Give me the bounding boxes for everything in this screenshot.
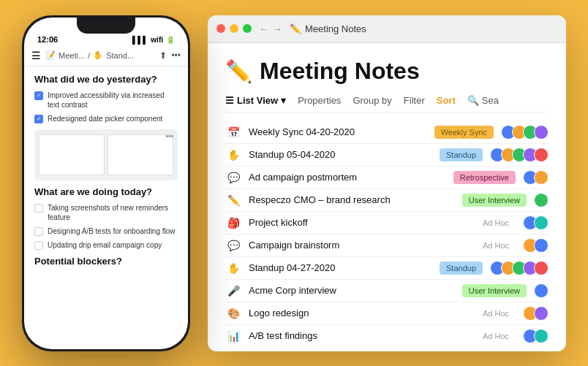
phone-section3-title: Potential blockers?	[34, 256, 178, 267]
avatar	[534, 283, 549, 298]
properties-label: Properties	[298, 95, 341, 106]
desktop-window: ← → ✏️ Meeting Notes ✏️ Meeting Notes ☰ …	[208, 15, 566, 351]
row-tag: Standup	[440, 262, 483, 275]
table-row[interactable]: 💬Ad campaign postmortemRetrospective	[225, 167, 549, 189]
avatar	[534, 148, 549, 162]
row-avatars	[490, 261, 549, 275]
minimize-button[interactable]	[230, 24, 238, 33]
chevron-down-icon: ▾	[281, 95, 286, 106]
page-title: Meeting Notes	[260, 58, 420, 85]
phone-status-icons: ▌▌▌ wifi 🔋	[132, 36, 175, 44]
table-row[interactable]: ✋Standup 05-04-2020Standup	[225, 144, 549, 167]
row-title: Project kickoff	[249, 217, 469, 228]
table-row[interactable]: 💬Campaign brainstormAd Hoc	[225, 235, 549, 257]
phone-image-preview: •••	[34, 129, 178, 180]
breadcrumb-sep: /	[88, 51, 90, 60]
table-row[interactable]: 🎒Project kickoffAd Hoc	[225, 212, 549, 235]
checked-text-1: Improved accessibility via increased tex…	[48, 91, 178, 110]
checkbox-5[interactable]	[34, 241, 43, 250]
maximize-button[interactable]	[243, 24, 252, 33]
scene: 12:06 ▌▌▌ wifi 🔋 ☰ 📝 Meeti... / ✋ Stand.…	[0, 0, 588, 366]
checkbox-4[interactable]	[34, 227, 43, 236]
phone-nav-actions: ⬆ •••	[159, 50, 181, 61]
filter-label: Filter	[404, 95, 425, 106]
unchecked-text-3: Updating drip email campaign copy	[48, 240, 162, 250]
forward-icon[interactable]: →	[273, 23, 282, 34]
window-title: ✏️ Meeting Notes	[290, 23, 366, 34]
row-icon: ✋	[225, 262, 241, 274]
row-avatars	[534, 283, 549, 298]
search-icon: 🔍	[467, 95, 479, 106]
row-tag: Ad Hoc	[476, 216, 516, 229]
list-view-button[interactable]: ☰ List View ▾	[225, 95, 286, 106]
table-row[interactable]: ✋Standup 04-27-2020Standup	[225, 257, 549, 280]
row-title: Standup 05-04-2020	[249, 149, 432, 160]
row-icon: ✏️	[225, 194, 241, 206]
row-title: Campaign brainstorm	[249, 240, 469, 251]
checkbox-2[interactable]: ✓	[34, 115, 43, 123]
row-icon: 🎤	[225, 285, 241, 297]
table-row[interactable]: 📅Weekly Sync 04-20-2020Weekly Sync	[225, 121, 549, 144]
row-avatars	[534, 193, 549, 207]
phone: 12:06 ▌▌▌ wifi 🔋 ☰ 📝 Meeti... / ✋ Stand.…	[22, 15, 190, 351]
phone-checked-1: ✓ Improved accessibility via increased t…	[34, 91, 178, 110]
sort-button[interactable]: Sort	[437, 95, 456, 106]
wifi-icon: wifi	[151, 36, 163, 44]
list-icon: ☰	[225, 95, 234, 106]
hamburger-icon[interactable]: ☰	[31, 50, 41, 61]
row-avatars	[523, 170, 549, 185]
row-tag: User Interview	[462, 194, 527, 207]
breadcrumb-icon-1: 📝	[45, 50, 56, 60]
phone-unchecked-3: Updating drip email campaign copy	[34, 240, 178, 250]
row-icon: 💬	[225, 240, 241, 251]
avatar	[534, 216, 549, 230]
preview-dots[interactable]: •••	[165, 132, 173, 140]
battery-icon: 🔋	[166, 36, 175, 44]
row-avatars	[523, 238, 549, 253]
toolbar-row: ☰ List View ▾ Properties Group by Filter…	[225, 95, 549, 113]
preview-box-1	[39, 134, 105, 175]
close-button[interactable]	[216, 24, 225, 33]
page-title-emoji: ✏️	[225, 58, 252, 84]
filter-button[interactable]: Filter	[404, 95, 425, 106]
table-row[interactable]: 🎤Acme Corp interviewUser Interview	[225, 280, 549, 302]
row-tag: Ad Hoc	[476, 239, 516, 252]
phone-breadcrumb: 📝 Meeti... / ✋ Stand...	[45, 50, 155, 60]
window-content: ✏️ Meeting Notes ☰ List View ▾ Propertie…	[208, 43, 566, 351]
row-tag: User Interview	[462, 284, 527, 297]
row-title: Logo redesign	[249, 308, 469, 319]
row-icon: 🎒	[225, 217, 241, 229]
breadcrumb-label-1: Meeti...	[59, 51, 85, 60]
unchecked-text-2: Designing A/B tests for onboarding flow	[48, 226, 176, 236]
list-view-label: List View	[237, 95, 278, 106]
checkbox-3[interactable]	[34, 204, 43, 213]
avatar	[534, 306, 549, 321]
phone-section1-title: What did we do yesterday?	[34, 74, 178, 85]
row-tag: Retrospective	[453, 171, 516, 184]
unchecked-text-1: Taking screenshots of new reminders feat…	[48, 203, 178, 222]
group-by-button[interactable]: Group by	[353, 95, 391, 106]
avatar	[534, 170, 549, 185]
row-title: A/B test findings	[249, 330, 469, 341]
sort-label: Sort	[437, 95, 456, 106]
row-icon: 📅	[225, 126, 241, 138]
row-icon: 💬	[225, 172, 241, 183]
breadcrumb-icon-2: ✋	[93, 50, 103, 60]
table-row[interactable]: 📊A/B test findingsAd Hoc	[225, 325, 549, 344]
phone-section2-title: What are we doing today?	[34, 186, 178, 197]
preview-box-2	[108, 134, 173, 175]
row-avatars	[523, 306, 549, 321]
window-controls	[216, 24, 252, 33]
more-icon[interactable]: •••	[171, 50, 181, 61]
table-row[interactable]: ✏️Respeczo CMO – brand researchUser Inte…	[225, 189, 549, 212]
avatar	[534, 238, 549, 253]
avatar	[534, 261, 549, 275]
checkbox-1[interactable]: ✓	[34, 91, 43, 100]
search-button[interactable]: 🔍 Sea	[467, 95, 499, 106]
back-icon[interactable]: ←	[259, 23, 268, 34]
table-row[interactable]: 🎨Logo redesignAd Hoc	[225, 302, 549, 325]
avatar	[534, 329, 549, 343]
share-icon[interactable]: ⬆	[159, 50, 167, 61]
phone-unchecked-2: Designing A/B tests for onboarding flow	[34, 226, 178, 236]
properties-button[interactable]: Properties	[298, 95, 341, 106]
